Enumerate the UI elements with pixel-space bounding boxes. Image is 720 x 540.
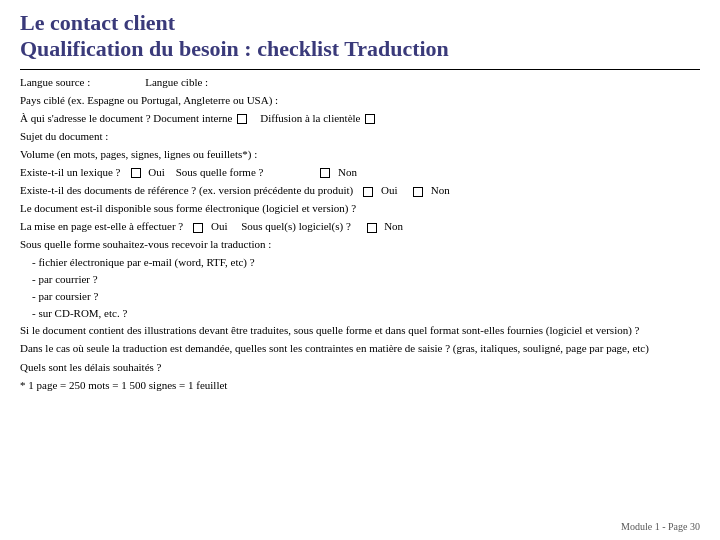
checkbox-oui1[interactable]: [131, 168, 141, 178]
non3-label: Non: [384, 220, 403, 232]
content-area: Langue source : Langue cible : Pays cibl…: [20, 74, 700, 394]
non2-label: Non: [431, 184, 450, 196]
sous-quel-logiciel: Sous quel(s) logiciel(s) ?: [241, 220, 351, 232]
note-row: * 1 page = 250 mots = 1 500 signes = 1 f…: [20, 377, 700, 394]
checkbox-non1[interactable]: [320, 168, 330, 178]
oui3-label: Oui: [211, 220, 228, 232]
ref-question: Existe-t-il des documents de référence ?…: [20, 184, 353, 196]
ref-row: Existe-t-il des documents de référence ?…: [20, 182, 700, 199]
checkbox-non2[interactable]: [413, 187, 423, 197]
delais-row: Quels sont les délais souhaités ?: [20, 359, 700, 376]
sous-quelle-forme1: Sous quelle forme ?: [176, 166, 264, 178]
checkbox-oui2[interactable]: [363, 187, 373, 197]
langue-row: Langue source : Langue cible :: [20, 74, 700, 91]
langue-source-label: Langue source :: [20, 76, 90, 88]
footer: Module 1 - Page 30: [621, 521, 700, 532]
dispo-row: Le document est-il disponible sous forme…: [20, 200, 700, 217]
illustrations-row: Si le document contient des illustration…: [20, 322, 700, 339]
sujet-row: Sujet du document :: [20, 128, 700, 145]
mep-question: La mise en page est-elle à effectuer ?: [20, 220, 183, 232]
lexique-row: Existe-t-il un lexique ? Oui Sous quelle…: [20, 164, 700, 181]
langue-cible-label: Langue cible :: [145, 76, 208, 88]
pays-cible-row: Pays ciblé (ex. Espagne ou Portugal, Ang…: [20, 92, 700, 109]
oui2-label: Oui: [381, 184, 398, 196]
title-line1: Le contact client: [20, 10, 700, 36]
bullet-list: - fichier électronique par e-mail (word,…: [32, 254, 700, 322]
oui1-label: Oui: [148, 166, 165, 178]
contraintes-row: Dans le cas où seule la traduction est d…: [20, 340, 700, 357]
checkbox-oui3[interactable]: [193, 223, 203, 233]
checkbox-diffusion[interactable]: [365, 114, 375, 124]
coursier-item: - par coursier ?: [32, 288, 700, 305]
divider: [20, 69, 700, 70]
fichier-item: - fichier électronique par e-mail (word,…: [32, 254, 700, 271]
a-qui-row: À qui s'adresse le document ? Document i…: [20, 110, 700, 127]
mep-row: La mise en page est-elle à effectuer ? O…: [20, 218, 700, 235]
lexique-question: Existe-t-il un lexique ?: [20, 166, 121, 178]
checkbox-non3[interactable]: [367, 223, 377, 233]
a-qui-text: À qui s'adresse le document ? Document i…: [20, 112, 232, 124]
cdrom-item: - sur CD-ROM, etc. ?: [32, 305, 700, 322]
courrier-item: - par courrier ?: [32, 271, 700, 288]
non1-label: Non: [338, 166, 357, 178]
volume-row: Volume (en mots, pages, signes, lignes o…: [20, 146, 700, 163]
title-line2: Qualification du besoin : checklist Trad…: [20, 36, 700, 62]
checkbox-interne[interactable]: [237, 114, 247, 124]
diffusion-text: Diffusion à la clientèle: [260, 112, 360, 124]
sous-quelle-forme-trad-row: Sous quelle forme souhaitez-vous recevoi…: [20, 236, 700, 253]
